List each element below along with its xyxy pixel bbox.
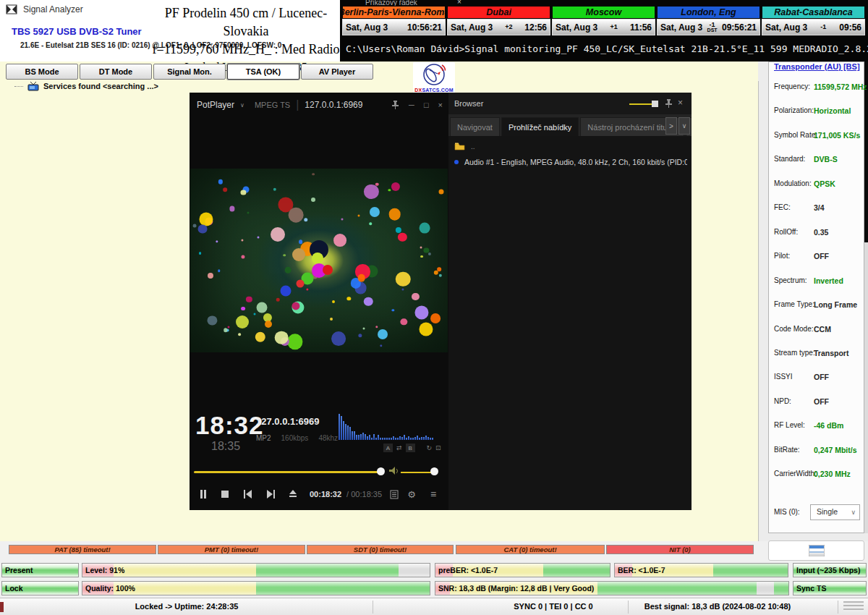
player-app-name[interactable]: PotPlayer xyxy=(197,100,234,110)
close-icon[interactable]: × xyxy=(457,0,461,6)
volume-bar[interactable] xyxy=(401,472,434,473)
sidebar-row: ISSYIOFF xyxy=(769,373,864,383)
menu-button[interactable]: ≡ xyxy=(425,485,441,503)
ab-repeat-row: A ⇄ B ↻ ⊡ xyxy=(383,444,441,452)
browser-audio-item[interactable]: Audio #1 - English, MPEG Audio, 48.0 kHz… xyxy=(454,158,687,166)
clock-offset-value: -1 xyxy=(820,25,826,30)
spectrum-bar xyxy=(347,425,349,440)
resize-grip[interactable] xyxy=(843,601,864,611)
video-dot xyxy=(297,280,305,288)
video-dot xyxy=(331,331,346,346)
video-dot xyxy=(197,224,207,234)
seek-bar[interactable] xyxy=(194,471,380,473)
previous-button[interactable] xyxy=(237,481,258,506)
clock-offset: +2 xyxy=(505,25,512,30)
clock-date: Sat, Aug 3 xyxy=(556,22,597,33)
clock-city-label: London, Eng xyxy=(657,6,760,19)
tabs-dropdown-button[interactable]: ∨ xyxy=(678,117,690,135)
video-canvas[interactable] xyxy=(190,169,448,352)
expand-icon[interactable]: ⊡ xyxy=(435,444,441,451)
close-button[interactable]: × xyxy=(438,101,443,109)
sidebar-row-value: QPSK xyxy=(814,179,835,188)
browser-tab-1[interactable]: Navigovat xyxy=(450,117,500,136)
repeat-icon[interactable]: ↻ xyxy=(427,444,433,451)
video-dot xyxy=(312,173,315,176)
chevron-down-icon: ∨ xyxy=(851,509,856,516)
clock-date: Sat, Aug 3 xyxy=(346,22,388,33)
toolbar-button-signal-mon-[interactable]: Signal Mon. xyxy=(153,64,226,80)
video-dot xyxy=(230,206,235,211)
sidebar-row-label: Polarization: xyxy=(774,106,814,114)
volume-thumb[interactable] xyxy=(430,467,438,475)
spectrum-visualizer xyxy=(339,411,437,440)
ab-repeat-a-button[interactable]: A xyxy=(383,444,393,452)
sidebar-row: Polarization:Horizontal xyxy=(769,106,864,116)
seek-thumb[interactable] xyxy=(377,467,385,475)
clock-offset-sub: DST xyxy=(707,27,718,33)
video-dot xyxy=(388,208,401,221)
browser-opacity-slider[interactable] xyxy=(629,103,653,105)
clock-offset: -1DST xyxy=(707,22,718,33)
vertical-divider xyxy=(758,81,759,541)
toolbar-button-av-player[interactable]: AV Player xyxy=(301,64,373,80)
browser-tab-2[interactable]: Prohlížeč nabídky xyxy=(501,117,579,136)
video-dot xyxy=(396,271,410,286)
shuffle-icon[interactable]: ⇄ xyxy=(396,444,402,451)
sidebar-row: Code Mode:CCM xyxy=(769,325,864,335)
video-dot xyxy=(276,298,280,302)
close-icon[interactable]: × xyxy=(678,98,683,108)
satellite-dish-icon xyxy=(420,63,448,88)
browser-up-item[interactable]: .. xyxy=(454,142,475,150)
pause-button[interactable] xyxy=(192,481,214,506)
sidebar-row: RollOff:0.35 xyxy=(769,228,864,238)
up-item-label: .. xyxy=(471,143,475,150)
pin-icon[interactable] xyxy=(665,99,673,109)
present-indicator: Present xyxy=(1,563,79,577)
video-dot xyxy=(208,273,213,279)
player-elapsed-big: 18:32 xyxy=(195,411,264,440)
stream-list-button[interactable] xyxy=(768,540,864,561)
clock-time: 11:56 xyxy=(630,22,652,33)
sidebar-row-value: Transport xyxy=(814,349,848,357)
next-button[interactable] xyxy=(260,481,281,506)
list-icon xyxy=(809,545,825,556)
browser-opacity-handle[interactable] xyxy=(652,101,658,107)
pin-icon[interactable] xyxy=(391,101,399,110)
spectrum-bar xyxy=(373,434,375,440)
track-bullet-icon xyxy=(454,160,459,164)
maximize-button[interactable]: □ xyxy=(424,101,429,109)
sidebar-row: FEC:3/4 xyxy=(769,203,864,213)
video-dot xyxy=(424,247,429,253)
volume-icon[interactable] xyxy=(389,467,399,475)
sidebar-row: Frame Type:Long Frame xyxy=(769,300,864,310)
tree-service-item[interactable]: Services found <searching ...> xyxy=(14,81,158,91)
toolbar-button-tsa-ok-[interactable]: TSA (OK) xyxy=(227,64,299,80)
stop-button[interactable] xyxy=(214,481,236,506)
tree-service-label: Services found <searching ...> xyxy=(43,82,158,90)
folder-icon xyxy=(454,142,465,150)
settings-gear-icon[interactable]: ⚙ xyxy=(404,485,420,503)
video-dot xyxy=(420,255,423,258)
video-dot xyxy=(304,218,307,221)
toolbar-button-dt-mode[interactable]: DT Mode xyxy=(80,64,152,80)
mis-value: Single xyxy=(817,507,838,516)
ab-repeat-b-button[interactable]: B xyxy=(406,444,415,452)
command-prompt-window: Příkazový řádek × Berlin-Paris-Vienna-Ro… xyxy=(340,0,868,62)
sidebar-row-label: FEC: xyxy=(774,203,791,211)
video-dot xyxy=(392,309,394,311)
spectrum-bar xyxy=(388,438,390,440)
minimize-button[interactable]: ─ xyxy=(409,101,414,109)
sidebar-row-label: Pilot: xyxy=(774,252,790,260)
spectrum-bar xyxy=(423,437,425,440)
mis-dropdown[interactable]: Single ∨ xyxy=(810,504,860,520)
eject-button[interactable] xyxy=(282,481,304,506)
toolbar-button-bs-mode[interactable]: BS Mode xyxy=(6,64,78,80)
tabs-overflow-button[interactable]: > xyxy=(665,117,677,135)
spectrum-bar xyxy=(375,438,377,440)
spectrum-bar xyxy=(345,424,346,440)
video-dot xyxy=(388,189,391,191)
sidebar-row-label: Modulation: xyxy=(774,179,812,187)
app-titlebar: Signal Analyzer xyxy=(6,4,83,14)
playlist-button[interactable] xyxy=(386,485,402,503)
video-dot xyxy=(218,270,220,272)
